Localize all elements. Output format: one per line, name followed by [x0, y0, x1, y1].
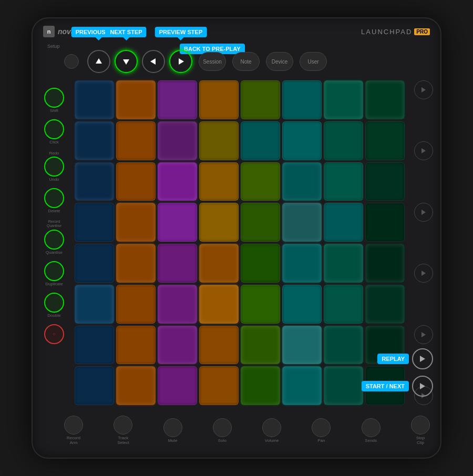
undo-button[interactable] — [44, 157, 64, 177]
pad-7-1[interactable] — [116, 366, 156, 405]
pad-0-5[interactable] — [282, 80, 322, 119]
pad-7-5[interactable] — [282, 366, 322, 405]
setup-button[interactable] — [64, 54, 79, 69]
nav-down-button[interactable] — [115, 50, 138, 73]
pad-6-1[interactable] — [116, 326, 156, 365]
left-button-column: Shift Click Redo Undo Delete RecordQuant… — [44, 87, 64, 348]
pad-5-3[interactable] — [199, 285, 239, 324]
pad-7-3[interactable] — [199, 366, 239, 405]
pad-2-4[interactable] — [241, 162, 280, 201]
pad-1-2[interactable] — [158, 121, 197, 160]
record-button[interactable]: ○ — [44, 324, 64, 344]
pad-0-0[interactable] — [75, 80, 114, 119]
scene-launch-4[interactable] — [414, 264, 433, 283]
volume-button[interactable]: Volume — [262, 418, 281, 443]
pad-4-0[interactable] — [75, 244, 114, 283]
pad-5-7[interactable] — [365, 285, 405, 324]
click-button[interactable] — [44, 119, 64, 139]
next-step-tooltip: NEXT STEP — [106, 27, 146, 37]
pad-4-7[interactable] — [365, 244, 405, 283]
pad-3-7[interactable] — [365, 203, 405, 242]
scene-launch-2[interactable] — [414, 141, 433, 160]
scene-launch-3[interactable] — [414, 203, 433, 222]
pad-6-6[interactable] — [324, 326, 363, 365]
pad-4-2[interactable] — [158, 244, 197, 283]
pad-5-1[interactable] — [116, 285, 156, 324]
pad-5-6[interactable] — [324, 285, 363, 324]
mode-note-button[interactable]: Note — [232, 52, 260, 71]
pad-1-3[interactable] — [199, 121, 239, 160]
pad-0-3[interactable] — [199, 80, 239, 119]
pad-4-4[interactable] — [241, 244, 280, 283]
pad-6-3[interactable] — [199, 326, 239, 365]
pad-0-2[interactable] — [158, 80, 197, 119]
pad-4-1[interactable] — [116, 244, 156, 283]
start-next-button[interactable] — [412, 376, 433, 397]
double-button[interactable] — [44, 293, 64, 313]
pad-7-6[interactable] — [324, 366, 363, 405]
pad-7-0[interactable] — [75, 366, 114, 405]
pad-0-4[interactable] — [241, 80, 280, 119]
shift-button[interactable] — [44, 88, 64, 108]
scene-launch-1[interactable] — [414, 80, 433, 99]
pad-3-6[interactable] — [324, 203, 363, 242]
record-arm-button[interactable]: RecordArm — [64, 416, 83, 445]
pad-3-5[interactable] — [282, 203, 322, 242]
sends-button[interactable]: Sends — [362, 418, 381, 443]
quantise-button[interactable] — [44, 230, 64, 250]
pad-5-5[interactable] — [282, 285, 322, 324]
pad-5-0[interactable] — [75, 285, 114, 324]
pad-5-4[interactable] — [241, 285, 280, 324]
pad-4-5[interactable] — [282, 244, 322, 283]
pad-2-5[interactable] — [282, 162, 322, 201]
pad-1-1[interactable] — [116, 121, 156, 160]
pad-3-3[interactable] — [199, 203, 239, 242]
mode-device-button[interactable]: Device — [266, 52, 293, 71]
scene-launch-5[interactable] — [414, 325, 433, 344]
track-select-button[interactable]: TrackSelect — [114, 416, 132, 445]
product-name: LAUNCHPAD PRO — [361, 28, 430, 36]
pad-2-7[interactable] — [365, 162, 405, 201]
pad-2-0[interactable] — [75, 162, 114, 201]
duplicate-button[interactable] — [44, 261, 64, 281]
pad-1-7[interactable] — [365, 121, 405, 160]
pad-6-0[interactable] — [75, 326, 114, 365]
pad-5-2[interactable] — [158, 285, 197, 324]
stop-clip-button[interactable]: StopClip — [411, 416, 430, 445]
mute-button[interactable]: Mute — [163, 418, 182, 443]
pad-7-4[interactable] — [241, 366, 280, 405]
pad-6-2[interactable] — [158, 326, 197, 365]
pad-3-1[interactable] — [116, 203, 156, 242]
nav-left-button[interactable] — [142, 50, 165, 73]
pad-2-1[interactable] — [116, 162, 156, 201]
pad-3-2[interactable] — [158, 203, 197, 242]
pad-1-5[interactable] — [282, 121, 322, 160]
pan-button[interactable]: Pan — [312, 418, 331, 443]
pad-2-3[interactable] — [199, 162, 239, 201]
pad-0-6[interactable] — [324, 80, 363, 119]
pad-0-7[interactable] — [365, 80, 405, 119]
pad-3-4[interactable] — [241, 203, 280, 242]
solo-button[interactable]: Solo — [213, 418, 232, 443]
svg-marker-10 — [420, 356, 425, 362]
mode-session-button[interactable]: Session — [199, 52, 226, 71]
pad-2-2[interactable] — [158, 162, 197, 201]
nav-right-button[interactable] — [169, 50, 192, 73]
pad-2-6[interactable] — [324, 162, 363, 201]
pad-3-0[interactable] — [75, 203, 114, 242]
pad-1-6[interactable] — [324, 121, 363, 160]
delete-button[interactable] — [44, 188, 64, 208]
replay-button[interactable] — [412, 348, 433, 369]
pad-0-1[interactable] — [116, 80, 156, 119]
pad-7-2[interactable] — [158, 366, 197, 405]
pad-1-0[interactable] — [75, 121, 114, 160]
pad-6-5[interactable] — [282, 326, 322, 365]
pad-6-4[interactable] — [241, 326, 280, 365]
pad-4-3[interactable] — [199, 244, 239, 283]
replay-tooltip: REPLAY — [377, 354, 409, 364]
pad-4-6[interactable] — [324, 244, 363, 283]
nav-up-button[interactable] — [87, 50, 110, 73]
pad-1-4[interactable] — [241, 121, 280, 160]
shift-group: Shift — [44, 87, 64, 113]
mode-user-button[interactable]: User — [300, 52, 327, 71]
